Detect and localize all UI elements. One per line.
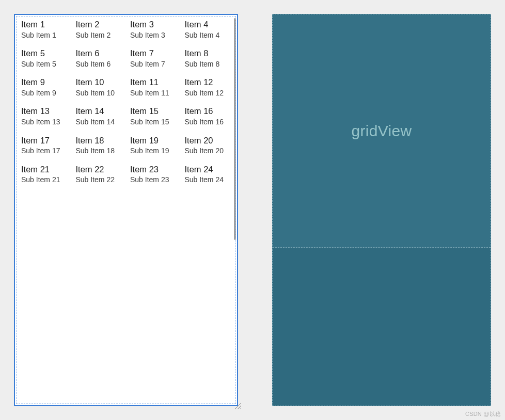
item-title: Item 11 [130,77,177,88]
item-title: Item 5 [21,48,68,59]
grid-cell[interactable]: Item 7Sub Item 7 [126,47,181,70]
svg-line-2 [240,408,241,409]
item-subtitle: Sub Item 1 [21,31,68,40]
grid-cell[interactable]: Item 11Sub Item 11 [126,76,181,99]
item-title: Item 16 [185,106,231,117]
grid-cell[interactable]: Item 10Sub Item 10 [72,76,127,99]
item-title: Item 12 [185,77,231,88]
item-title: Item 13 [21,106,68,117]
item-subtitle: Sub Item 14 [76,118,122,127]
item-subtitle: Sub Item 11 [130,89,177,98]
grid-cell[interactable]: Item 5Sub Item 5 [17,47,72,70]
item-subtitle: Sub Item 15 [130,118,177,127]
item-title: Item 23 [130,164,177,175]
item-title: Item 14 [76,106,122,117]
grid-cell[interactable]: Item 22Sub Item 22 [72,163,127,186]
item-title: Item 9 [21,77,68,88]
grid-cell[interactable]: Item 8Sub Item 8 [181,47,235,70]
item-subtitle: Sub Item 10 [76,89,122,98]
item-title: Item 4 [185,19,231,30]
blueprint-surface[interactable]: gridView [272,14,491,406]
blueprint-widget-label: gridView [352,122,412,140]
grid-cell[interactable]: Item 2Sub Item 2 [72,18,127,41]
item-subtitle: Sub Item 9 [21,89,68,98]
item-title: Item 8 [185,48,231,59]
item-subtitle: Sub Item 16 [185,118,231,127]
item-subtitle: Sub Item 17 [21,147,68,156]
svg-line-0 [235,403,241,409]
gridview-preview[interactable]: Item 1Sub Item 1Item 2Sub Item 2Item 3Su… [15,15,237,252]
grid-cell[interactable]: Item 20Sub Item 20 [181,134,235,157]
grid-cell[interactable]: Item 13Sub Item 13 [17,105,72,127]
item-subtitle: Sub Item 3 [130,31,177,40]
item-title: Item 6 [76,48,122,59]
grid-cell[interactable]: Item 18Sub Item 18 [72,134,127,157]
grid-cell[interactable]: Item 19Sub Item 19 [126,134,181,157]
grid-cell[interactable]: Item 23Sub Item 23 [126,163,181,186]
item-subtitle: Sub Item 12 [185,89,231,98]
item-subtitle: Sub Item 13 [21,118,68,127]
grid-cell[interactable]: Item 6Sub Item 6 [72,47,127,70]
item-title: Item 2 [76,19,122,30]
item-subtitle: Sub Item 22 [76,175,122,185]
item-title: Item 19 [130,135,177,146]
item-title: Item 21 [21,164,68,175]
item-title: Item 1 [21,19,68,30]
layout-editor: Item 1Sub Item 1Item 2Sub Item 2Item 3Su… [14,14,491,406]
item-subtitle: Sub Item 6 [76,60,122,69]
item-title: Item 15 [130,106,177,117]
grid-cell[interactable]: Item 15Sub Item 15 [126,105,181,127]
item-title: Item 22 [76,164,122,175]
grid-cell[interactable]: Item 3Sub Item 3 [126,18,181,41]
item-title: Item 7 [130,48,177,59]
scrollbar-thumb[interactable] [234,18,236,240]
item-subtitle: Sub Item 18 [76,147,122,156]
item-subtitle: Sub Item 24 [185,175,231,185]
item-title: Item 10 [76,77,122,88]
watermark: CSDN @以稔 [465,410,501,418]
item-title: Item 18 [76,135,122,146]
grid-cell[interactable]: Item 21Sub Item 21 [17,163,72,186]
item-subtitle: Sub Item 19 [130,147,177,156]
grid-cell[interactable]: Item 17Sub Item 17 [17,134,72,157]
item-subtitle: Sub Item 5 [21,60,68,69]
item-subtitle: Sub Item 8 [185,60,231,69]
item-title: Item 3 [130,19,177,30]
item-title: Item 17 [21,135,68,146]
item-subtitle: Sub Item 4 [185,31,231,40]
resize-handle-icon [233,401,242,410]
svg-line-1 [238,406,241,409]
grid-cell[interactable]: Item 12Sub Item 12 [181,76,235,99]
item-subtitle: Sub Item 7 [130,60,177,69]
item-title: Item 24 [185,164,231,175]
blueprint-gridview-bounds[interactable]: gridView [273,14,491,248]
grid-cell[interactable]: Item 24Sub Item 24 [181,163,235,186]
item-subtitle: Sub Item 23 [130,175,177,185]
item-subtitle: Sub Item 2 [76,31,122,40]
item-subtitle: Sub Item 21 [21,175,68,185]
grid-cell[interactable]: Item 9Sub Item 9 [17,76,72,99]
grid-cell[interactable]: Item 4Sub Item 4 [181,18,235,41]
grid-cell[interactable]: Item 16Sub Item 16 [181,105,235,127]
item-title: Item 20 [185,135,231,146]
design-surface[interactable]: Item 1Sub Item 1Item 2Sub Item 2Item 3Su… [14,14,238,406]
item-subtitle: Sub Item 20 [185,147,231,156]
grid-cell[interactable]: Item 14Sub Item 14 [72,105,127,127]
grid-cell[interactable]: Item 1Sub Item 1 [17,18,72,41]
